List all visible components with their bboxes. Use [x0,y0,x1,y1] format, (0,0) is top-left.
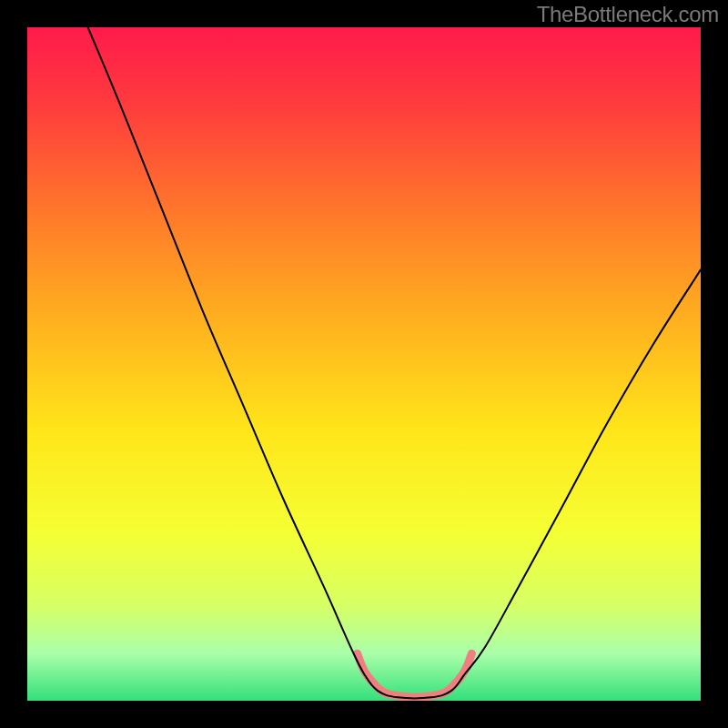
plot-area [27,27,701,701]
watermark-text: TheBottleneck.com [537,2,719,27]
gradient-background [27,27,701,701]
bottleneck-curve-chart [27,27,701,701]
chart-frame: TheBottleneck.com [0,0,728,728]
